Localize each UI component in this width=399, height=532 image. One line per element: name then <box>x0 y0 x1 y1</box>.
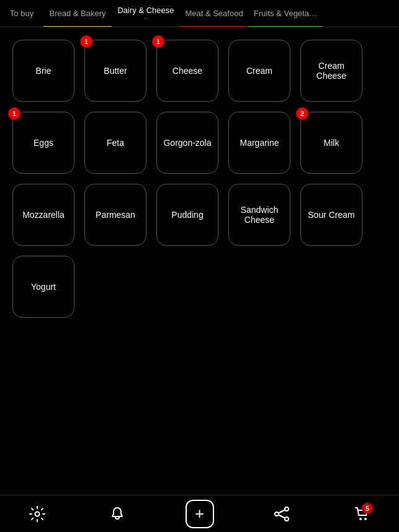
grid-row-3: Yogurt <box>12 256 387 318</box>
grid-row-1: 1 Eggs Feta Gorgon-zola Margarine 2 Milk <box>12 112 387 174</box>
item-milk-badge: 2 <box>296 107 308 120</box>
item-pudding-label: Pudding <box>171 210 203 220</box>
svg-point-1 <box>285 507 289 511</box>
item-parmesan[interactable]: Parmesan <box>84 184 146 246</box>
svg-line-5 <box>279 515 285 518</box>
svg-line-4 <box>279 510 285 513</box>
item-brie[interactable]: Brie <box>12 40 74 102</box>
bottom-toolbar: + 5 <box>0 495 399 532</box>
item-feta-label: Feta <box>107 138 124 148</box>
tab-fruits-label: Fruits & Vegeta… <box>254 9 317 18</box>
settings-button[interactable] <box>25 502 50 526</box>
tab-meat[interactable]: Meat & Seafood <box>180 0 248 27</box>
item-cream-cheese[interactable]: Cream Cheese <box>300 40 362 102</box>
item-gorgonzola[interactable]: Gorgon-zola <box>156 112 218 174</box>
item-parmesan-label: Parmesan <box>96 210 135 220</box>
cart-badge: 5 <box>362 503 373 514</box>
item-cream-label: Cream <box>246 66 272 76</box>
item-cream-cheese-label: Cream Cheese <box>306 61 357 81</box>
item-eggs-label: Eggs <box>34 138 53 148</box>
tab-fruits[interactable]: Fruits & Vegeta… <box>248 0 323 27</box>
svg-point-0 <box>35 512 40 516</box>
svg-point-2 <box>275 512 279 516</box>
tab-dairy-label: Dairy & Cheese <box>117 6 174 15</box>
tab-bread-label: Bread & Bakery <box>49 9 105 18</box>
tab-tobuy[interactable]: To buy <box>0 0 43 27</box>
item-milk[interactable]: 2 Milk <box>300 112 362 174</box>
tab-dairy-dots: ··· <box>144 16 148 21</box>
item-cream[interactable]: Cream <box>228 40 290 102</box>
item-butter-badge: 1 <box>80 35 92 48</box>
item-yogurt[interactable]: Yogurt <box>12 256 74 318</box>
add-icon: + <box>195 504 204 523</box>
item-feta[interactable]: Feta <box>84 112 146 174</box>
svg-point-3 <box>285 517 289 521</box>
item-margarine-label: Margarine <box>240 138 279 148</box>
item-margarine[interactable]: Margarine <box>228 112 290 174</box>
item-butter[interactable]: 1 Butter <box>84 40 146 102</box>
tab-bread[interactable]: Bread & Bakery <box>43 0 112 27</box>
items-grid: Brie 1 Butter 1 Cheese Cream Cream Chees… <box>0 27 399 318</box>
item-cheese-badge: 1 <box>152 35 164 48</box>
item-yogurt-label: Yogurt <box>31 282 56 292</box>
item-eggs-badge: 1 <box>8 107 20 120</box>
item-cheese-label: Cheese <box>173 66 202 76</box>
item-milk-label: Milk <box>324 138 339 148</box>
svg-point-7 <box>364 518 367 520</box>
item-gorgonzola-label: Gorgon-zola <box>163 138 211 148</box>
item-pudding[interactable]: Pudding <box>156 184 218 246</box>
item-sour-cream[interactable]: Sour Cream <box>300 184 362 246</box>
item-butter-label: Butter <box>104 66 127 76</box>
item-cheese[interactable]: 1 Cheese <box>156 40 218 102</box>
tab-tobuy-label: To buy <box>10 9 34 18</box>
item-mozzarella[interactable]: Mozzarella <box>12 184 74 246</box>
top-navigation: To buy Bread & Bakery Dairy & Cheese ···… <box>0 0 399 27</box>
share-button[interactable] <box>269 502 294 526</box>
notifications-button[interactable] <box>105 502 130 526</box>
cart-button[interactable]: 5 <box>349 502 374 526</box>
grid-row-0: Brie 1 Butter 1 Cheese Cream Cream Chees… <box>12 40 387 102</box>
item-eggs[interactable]: 1 Eggs <box>12 112 74 174</box>
svg-point-6 <box>359 518 362 520</box>
item-sandwich-cheese[interactable]: Sandwich Cheese <box>228 184 290 246</box>
add-item-button[interactable]: + <box>186 500 214 528</box>
item-brie-label: Brie <box>36 66 52 76</box>
item-sour-cream-label: Sour Cream <box>308 210 354 220</box>
item-sandwich-cheese-label: Sandwich Cheese <box>234 205 285 225</box>
item-mozzarella-label: Mozzarella <box>22 210 65 220</box>
tab-dairy[interactable]: Dairy & Cheese ··· <box>112 0 180 27</box>
grid-row-2: Mozzarella Parmesan Pudding Sandwich Che… <box>12 184 387 246</box>
tab-meat-label: Meat & Seafood <box>185 9 243 18</box>
